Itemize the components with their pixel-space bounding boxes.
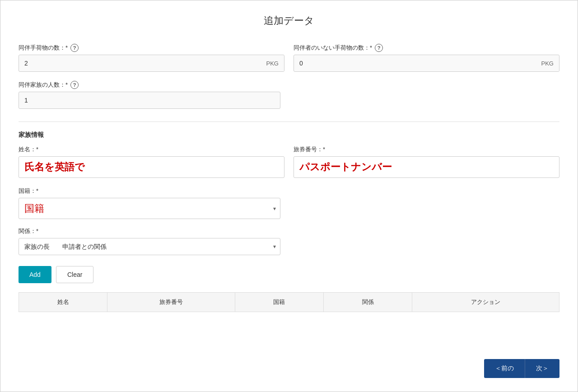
passport-label: 旅券番号：* [294,145,559,154]
col-nationality: 国籍 [235,293,323,312]
accompanied-baggage-unit: PKG [261,56,284,71]
name-group: 姓名：* [19,145,284,178]
family-info-section: 家族情報 姓名：* 旅券番号：* 国籍：* 国籍 日本 アメリカ 中国 韓国 [19,131,559,255]
family-info-title: 家族情報 [19,131,559,139]
prev-button[interactable]: ＜前の [484,359,525,378]
unaccompanied-baggage-help-icon[interactable]: ? [375,44,383,52]
name-passport-row: 姓名：* 旅券番号：* [19,145,559,178]
section-divider [19,121,559,122]
col-name: 姓名 [19,293,107,312]
nationality-label: 国籍：* [19,187,280,195]
unaccompanied-baggage-label: 同伴者のいない手荷物の数：* ? [294,44,559,52]
family-count-label: 同伴家族の人数：* ? [19,81,280,89]
relation-group: 関係：* 家族の長 申請者との関係 配偶者 子供 親 ▾ [19,227,280,255]
col-passport: 旅券番号 [107,293,235,312]
page-wrapper: 追加データ 同伴手荷物の数：* ? PKG 同伴者のいない手荷物の数：* ? P… [0,0,578,392]
page-title: 追加データ [19,14,559,28]
family-data-table: 姓名 旅券番号 国籍 関係 アクション [19,292,559,312]
next-button[interactable]: 次＞ [525,359,559,378]
accompanied-baggage-input-wrapper: PKG [19,55,284,72]
relation-select[interactable]: 家族の長 申請者との関係 配偶者 子供 親 [19,238,280,255]
family-count-input[interactable] [19,92,280,109]
clear-button[interactable]: Clear [56,266,93,283]
col-relation: 関係 [323,293,412,312]
baggage-row: 同伴手荷物の数：* ? PKG 同伴者のいない手荷物の数：* ? PKG [19,44,559,72]
family-count-group: 同伴家族の人数：* ? [19,81,280,109]
relation-select-wrapper: 家族の長 申請者との関係 配偶者 子供 親 ▾ [19,238,280,255]
add-button[interactable]: Add [19,266,51,283]
passport-input[interactable] [294,156,559,178]
family-count-help-icon[interactable]: ? [70,81,79,89]
nationality-group: 国籍：* 国籍 日本 アメリカ 中国 韓国 ▾ [19,187,280,219]
table-header: 姓名 旅券番号 国籍 関係 アクション [19,293,559,312]
nationality-select[interactable]: 国籍 日本 アメリカ 中国 韓国 [19,198,280,219]
relation-label: 関係：* [19,227,280,235]
family-count-section: 同伴家族の人数：* ? [19,81,559,109]
unaccompanied-baggage-input-wrapper: PKG [294,55,559,72]
col-action: アクション [412,293,559,312]
bottom-navigation: ＜前の 次＞ [484,359,559,378]
passport-group: 旅券番号：* [294,145,559,178]
accompanied-baggage-label: 同伴手荷物の数：* ? [19,44,284,52]
accompanied-baggage-help-icon[interactable]: ? [70,44,79,52]
accompanied-baggage-group: 同伴手荷物の数：* ? PKG [19,44,284,72]
unaccompanied-baggage-group: 同伴者のいない手荷物の数：* ? PKG [294,44,559,72]
name-label: 姓名：* [19,145,284,154]
accompanied-baggage-input[interactable] [19,55,261,71]
table-header-row: 姓名 旅券番号 国籍 関係 アクション [19,293,559,312]
nationality-select-wrapper: 国籍 日本 アメリカ 中国 韓国 ▾ [19,198,280,219]
name-input[interactable] [19,156,284,178]
unaccompanied-baggage-input[interactable] [294,55,536,71]
unaccompanied-baggage-unit: PKG [536,56,559,71]
action-buttons-row: Add Clear [19,266,559,283]
